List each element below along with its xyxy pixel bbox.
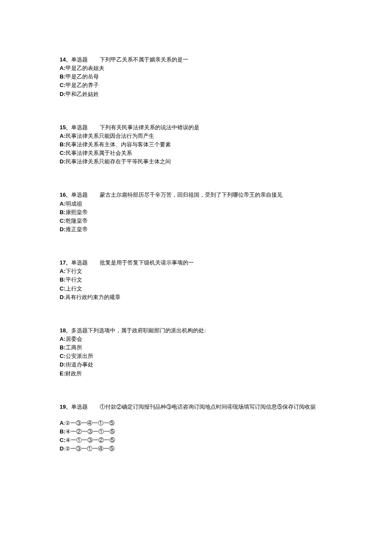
option-text: 上行文 [66, 285, 82, 292]
option-text: 民事法律关系只能存在于平等民事主体之间 [66, 158, 171, 165]
option-text: 甲和乙姓姑姓 [66, 91, 99, 97]
option-text: 乾隆皇帝 [66, 218, 88, 224]
option-a: A:甲是乙的表姐夫 [60, 64, 332, 73]
question-type: 单选题 [71, 124, 88, 131]
option-letter: B: [60, 209, 66, 215]
question-text: 下列有关民事法律关系的说法中错误的是 [100, 124, 199, 131]
option-letter: B: [60, 428, 66, 435]
option-a: A:②一③一④一①一⑤ [60, 419, 332, 427]
option-text: 甲是乙的岳母 [66, 73, 99, 80]
question-14: 14、单选题下列甲乙关系不属于姻亲关系的是一 A:甲是乙的表姐夫 B:甲是乙的岳… [60, 55, 332, 99]
option-b: B:平行文 [60, 276, 332, 284]
option-letter: B: [60, 344, 66, 351]
option-text: 下行文 [66, 268, 82, 274]
option-c: C:④一①一③一②一⑤ [60, 436, 332, 445]
option-b: B:康熙皇帝 [60, 208, 332, 217]
option-text: :具有行政约束力的规章 [63, 294, 121, 300]
option-text: 公安派出所 [66, 353, 93, 359]
option-a: A:明成祖 [60, 200, 332, 208]
option-d: D:具有行政约束力的规章 [60, 293, 332, 302]
option-a: A:民事法律关系只能因合法行为而产生 [60, 132, 332, 140]
option-text: 平行文 [66, 276, 82, 283]
question-text: ①付款②确定订阅报刊品种③电话咨询订阅地点时间④现场填写订阅信息⑤保存订阅收据 [100, 404, 316, 410]
option-text: :②一③一④一①一⑤ [63, 420, 115, 426]
option-c: C:民事法律关系属于社会关系 [60, 149, 332, 157]
option-d: D:雍正皇帝 [60, 225, 332, 234]
page-content: 14、单选题下列甲乙关系不属于姻亲关系的是一 A:甲是乙的表姐夫 B:甲是乙的岳… [0, 0, 392, 555]
option-text: ④一②一③一①一⑤ [66, 428, 115, 435]
option-letter: A: [60, 133, 66, 139]
option-text: ④一①一③一②一⑤ [66, 437, 115, 443]
question-number: 14、 [60, 56, 71, 63]
option-letter: D: [60, 158, 66, 165]
question-stem: 17、单选题批复是用于答复下级机关请示事项的一 [60, 259, 332, 267]
option-text: 民事法律关系有主体、内容与客体三个要素 [66, 141, 171, 148]
option-letter: D [60, 445, 63, 452]
question-stem: 15、单选题下列有关民事法律关系的说法中错误的是 [60, 123, 332, 132]
question-type: 单选题 [71, 259, 88, 266]
option-text: 居委会 [66, 336, 82, 342]
question-number: 19、 [60, 404, 71, 410]
question-15: 15、单选题下列有关民事法律关系的说法中错误的是 A:民事法律关系只能因合法行为… [60, 123, 332, 166]
option-letter: D: [60, 226, 66, 232]
option-text: 甲是乙的养子 [66, 82, 99, 88]
question-number: 16、 [60, 192, 71, 198]
option-letter: C: [60, 218, 66, 224]
option-a: A:下行文 [60, 267, 332, 276]
question-number: 18、 [60, 327, 71, 334]
option-letter: B: [60, 141, 66, 148]
question-type: 多选题 [71, 327, 88, 334]
option-letter: B: [60, 73, 66, 80]
option-letter: A: [60, 268, 66, 274]
question-text: 蒙古土尔扈特部历尽千辛万苦，回归祖国，受到了下列哪位帝王的亲自接见 [100, 192, 282, 198]
option-letter: C: [60, 285, 66, 292]
option-text: 民事法律关系只能因合法行为而产生 [66, 133, 154, 139]
option-text: :②一③一①一④一⑤ [63, 445, 115, 452]
option-e: E:财政所 [60, 369, 332, 378]
question-type: 单选题 [71, 404, 88, 410]
option-letter: C: [60, 150, 66, 156]
question-stem: 19、单选题①付款②确定订阅报刊品种③电话咨询订阅地点时间④现场填写订阅信息⑤保… [60, 403, 332, 411]
option-letter: B: [60, 276, 66, 283]
question-text: 下列选项中，属于政府职能部门的派出机构的处: [88, 327, 206, 334]
option-d: D:民事法律关系只能存在于平等民事主体之间 [60, 157, 332, 166]
question-number: 17、 [60, 259, 71, 266]
option-letter: A: [60, 200, 66, 207]
option-a: A:居委会 [60, 335, 332, 343]
option-text: 康熙皇帝 [66, 209, 88, 215]
option-b: B:民事法律关系有主体、内容与客体三个要素 [60, 140, 332, 149]
option-b: B:工商所 [60, 343, 332, 352]
option-text: 街道办事处 [66, 361, 93, 368]
option-c: C:乾隆皇帝 [60, 217, 332, 225]
option-text: 明成祖 [66, 200, 82, 207]
option-c: C:甲是乙的养子 [60, 81, 332, 90]
question-17: 17、单选题批复是用于答复下级机关请示事项的一 A:下行文 B:平行文 C:上行… [60, 259, 332, 302]
option-letter: E: [60, 370, 65, 377]
option-letter: C: [60, 353, 66, 359]
option-c: C:上行文 [60, 285, 332, 293]
option-letter: A [60, 420, 63, 426]
question-stem: 18、多选题下列选项中，属于政府职能部门的派出机构的处: [60, 326, 332, 335]
option-b: B:甲是乙的岳母 [60, 73, 332, 81]
option-letter: C: [60, 437, 66, 443]
option-text: 民事法律关系属于社会关系 [66, 150, 132, 156]
question-16: 16、单选题蒙古土尔扈特部历尽千辛万苦，回归祖国，受到了下列哪位帝王的亲自接见 … [60, 191, 332, 234]
question-type: 单选题 [71, 56, 88, 63]
option-letter: D: [60, 91, 66, 97]
option-d: D:甲和乙姓姑姓 [60, 90, 332, 99]
question-18: 18、多选题下列选项中，属于政府职能部门的派出机构的处: A:居委会 B:工商所… [60, 326, 332, 378]
option-text: 雍正皇帝 [66, 226, 88, 232]
option-text: 工商所 [66, 344, 82, 351]
option-letter: A: [60, 65, 66, 71]
option-d: D:②一③一①一④一⑤ [60, 445, 332, 453]
option-letter: C: [60, 82, 66, 88]
question-19: 19、单选题①付款②确定订阅报刊品种③电话咨询订阅地点时间④现场填写订阅信息⑤保… [60, 403, 332, 453]
question-number: 15、 [60, 124, 71, 131]
option-text: 财政所 [65, 370, 82, 377]
option-b: B:④一②一③一①一⑤ [60, 427, 332, 436]
option-letter: D [60, 294, 63, 300]
option-d: D:街道办事处 [60, 360, 332, 369]
question-text: 下列甲乙关系不属于姻亲关系的是一 [100, 56, 188, 63]
option-c: C:公安派出所 [60, 352, 332, 360]
question-stem: 14、单选题下列甲乙关系不属于姻亲关系的是一 [60, 55, 332, 64]
